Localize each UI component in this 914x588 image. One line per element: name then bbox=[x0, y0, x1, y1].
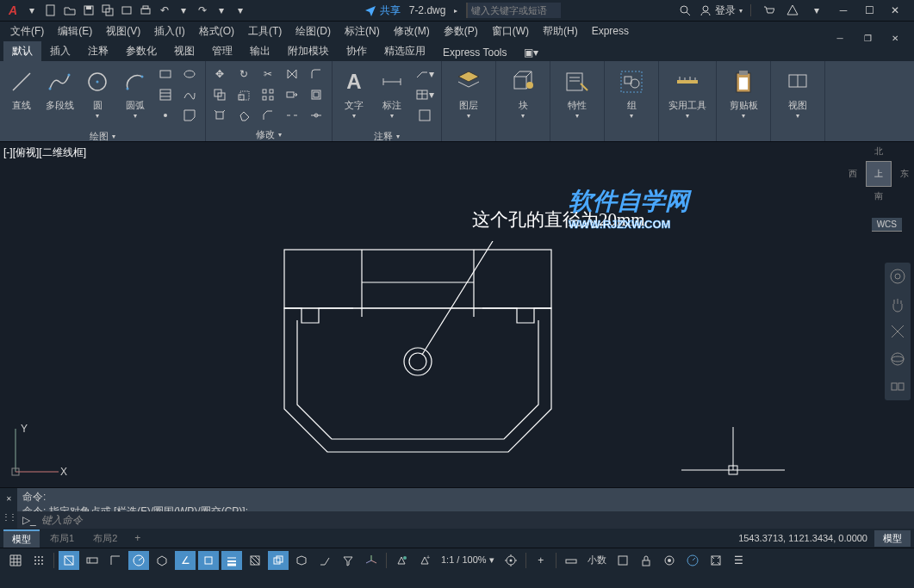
table-icon[interactable]: ▾ bbox=[412, 85, 438, 104]
undo-icon[interactable]: ↶ bbox=[156, 2, 173, 19]
panel-title-modify[interactable]: 修改 ▾ bbox=[208, 127, 330, 143]
copy-icon[interactable] bbox=[209, 85, 230, 104]
tab-featured[interactable]: 精选应用 bbox=[376, 41, 434, 61]
web-mobile-icon[interactable] bbox=[118, 2, 135, 19]
menu-file[interactable]: 文件(F) bbox=[3, 22, 51, 40]
tab-layout1[interactable]: 布局1 bbox=[41, 530, 83, 547]
minimize-button[interactable]: ─ bbox=[831, 2, 855, 19]
autoscale-icon[interactable]: + bbox=[414, 551, 435, 570]
menu-insert[interactable]: 插入(I) bbox=[147, 22, 191, 40]
hatch-icon[interactable] bbox=[155, 85, 176, 104]
viewport-label[interactable]: [-][俯视][二维线框] bbox=[3, 145, 86, 160]
saveas-icon[interactable] bbox=[99, 2, 116, 19]
isolate-objects-icon[interactable] bbox=[659, 551, 680, 570]
isometric-drafting-icon[interactable] bbox=[152, 551, 172, 570]
orbit-icon[interactable] bbox=[887, 349, 908, 369]
explode-icon[interactable] bbox=[209, 106, 230, 125]
customization-icon[interactable]: ☰ bbox=[729, 551, 749, 570]
snap-mode-icon[interactable] bbox=[28, 551, 49, 570]
lineweight-icon[interactable] bbox=[221, 551, 242, 570]
selection-cycling-icon[interactable] bbox=[268, 551, 289, 570]
mirror-icon[interactable] bbox=[282, 65, 302, 84]
workspace-switching-icon[interactable] bbox=[501, 551, 521, 570]
app-icon[interactable]: A bbox=[3, 3, 22, 17]
menu-view[interactable]: 视图(V) bbox=[99, 22, 147, 40]
close-button[interactable]: ✕ bbox=[883, 2, 907, 19]
login-button[interactable]: 登录 ▾ bbox=[699, 3, 743, 18]
menu-window[interactable]: 窗口(W) bbox=[485, 22, 536, 40]
save-icon[interactable] bbox=[80, 2, 97, 19]
doc-restore-button[interactable]: ❐ bbox=[855, 29, 880, 46]
offset-icon[interactable] bbox=[306, 85, 326, 104]
tab-insert[interactable]: 插入 bbox=[41, 41, 79, 61]
new-icon[interactable] bbox=[42, 2, 59, 19]
tab-model[interactable]: 模型 bbox=[3, 529, 40, 548]
infer-constraints-icon[interactable] bbox=[59, 551, 79, 570]
selection-filtering-icon[interactable] bbox=[338, 551, 358, 570]
annotate-more-icon[interactable] bbox=[412, 106, 438, 125]
units-label[interactable]: 小数 bbox=[584, 554, 610, 566]
clipboard-button[interactable]: 剪贴板▾ bbox=[720, 65, 767, 127]
tab-view[interactable]: 视图 bbox=[165, 41, 203, 61]
graphics-performance-icon[interactable] bbox=[682, 551, 703, 570]
annotation-scale-button[interactable]: 1:1 / 100% ▾ bbox=[438, 554, 498, 566]
rectangle-icon[interactable] bbox=[155, 65, 176, 84]
annotation-visibility-icon[interactable] bbox=[391, 551, 412, 570]
trim-icon[interactable]: ✂ bbox=[258, 65, 278, 84]
region-icon[interactable] bbox=[179, 106, 200, 125]
clean-screen-icon[interactable] bbox=[706, 551, 726, 570]
add-layout-button[interactable]: + bbox=[127, 530, 147, 546]
gizmo-icon[interactable] bbox=[361, 551, 382, 570]
redo-drop[interactable]: ▾ bbox=[213, 2, 230, 19]
cmdline-close-icon[interactable]: ✕ bbox=[6, 495, 12, 503]
circle-button[interactable]: 圆 ▾ bbox=[79, 65, 115, 127]
break-icon[interactable] bbox=[282, 106, 302, 125]
steering-wheel-icon[interactable] bbox=[887, 266, 908, 287]
redo-icon[interactable]: ↷ bbox=[194, 2, 211, 19]
tab-addins[interactable]: 附加模块 bbox=[279, 41, 338, 61]
transparency-icon[interactable] bbox=[245, 551, 265, 570]
viewcube-top[interactable]: 上 bbox=[866, 161, 892, 187]
viewcube[interactable]: 北 西 东 南 上 bbox=[852, 147, 905, 216]
quick-properties-icon[interactable] bbox=[612, 551, 633, 570]
annotation-monitor-icon[interactable]: + bbox=[531, 551, 551, 570]
tab-annotate[interactable]: 注释 bbox=[79, 41, 117, 61]
tab-layout2[interactable]: 布局2 bbox=[84, 530, 126, 547]
menu-edit[interactable]: 编辑(E) bbox=[51, 22, 99, 40]
scale-icon[interactable] bbox=[233, 85, 254, 104]
ortho-mode-icon[interactable] bbox=[105, 551, 126, 570]
point-icon[interactable] bbox=[155, 106, 176, 125]
tab-default[interactable]: 默认 bbox=[3, 41, 41, 61]
menu-format[interactable]: 格式(O) bbox=[192, 22, 241, 40]
menu-express[interactable]: Express bbox=[585, 22, 636, 40]
model-space-indicator[interactable]: 模型 bbox=[874, 530, 911, 547]
stretch-icon[interactable] bbox=[282, 85, 302, 104]
polar-tracking-icon[interactable] bbox=[128, 551, 149, 570]
block-button[interactable]: 块▾ bbox=[500, 65, 546, 127]
canvas[interactable]: [-][俯视][二维线框] 软件自学网 WWW.RJZXW.COM 这个孔的直径… bbox=[0, 142, 914, 487]
chamfer-icon[interactable] bbox=[258, 106, 278, 125]
3d-osnap-icon[interactable] bbox=[291, 551, 312, 570]
help-drop[interactable]: ▾ bbox=[808, 2, 825, 19]
tab-output[interactable]: 输出 bbox=[241, 41, 279, 61]
cmd-input[interactable]: ▷_ 键入命令 bbox=[17, 511, 914, 529]
object-snap-icon[interactable] bbox=[198, 551, 219, 570]
cart-icon[interactable] bbox=[760, 2, 777, 19]
search-input[interactable]: 键入关键字或短语 bbox=[466, 3, 561, 18]
qat-dropdown[interactable]: ▾ bbox=[23, 2, 40, 19]
search-icon[interactable] bbox=[676, 2, 693, 19]
filename-drop[interactable]: ▸ bbox=[454, 7, 457, 15]
doc-close-button[interactable]: ✕ bbox=[883, 29, 907, 46]
tab-parametric[interactable]: 参数化 bbox=[117, 41, 165, 61]
menu-dimension[interactable]: 标注(N) bbox=[338, 22, 387, 40]
rotate-icon[interactable]: ↻ bbox=[233, 65, 254, 84]
ellipse-icon[interactable] bbox=[179, 65, 200, 84]
osnap-tracking-icon[interactable]: ∠ bbox=[175, 551, 196, 570]
tab-express-tools[interactable]: Express Tools bbox=[434, 44, 515, 61]
menu-help[interactable]: 帮助(H) bbox=[536, 22, 585, 40]
qat-more[interactable]: ▾ bbox=[232, 2, 249, 19]
array-icon[interactable] bbox=[258, 85, 278, 104]
move-icon[interactable]: ✥ bbox=[209, 65, 230, 84]
open-icon[interactable] bbox=[61, 2, 78, 19]
wcs-badge[interactable]: WCS bbox=[872, 218, 902, 232]
